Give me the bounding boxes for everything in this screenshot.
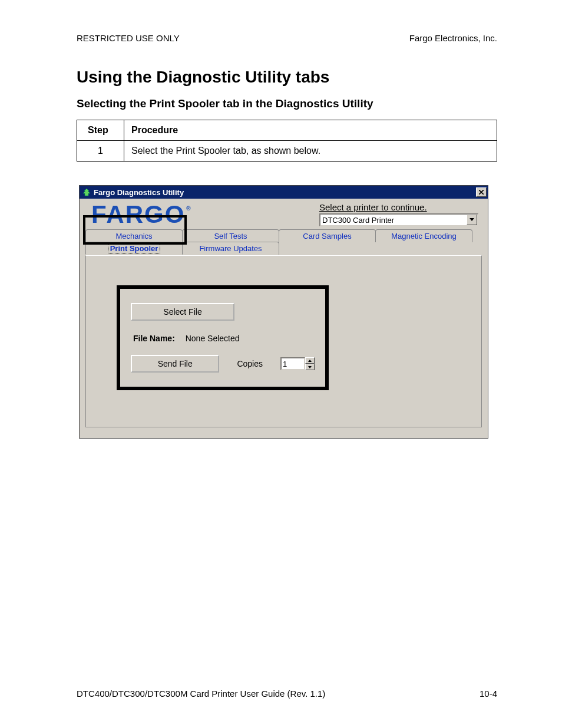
tab-card-samples[interactable]: Card Samples xyxy=(279,229,376,242)
inner-highlight-frame: Select File File Name: None Selected Sen… xyxy=(117,285,329,390)
table-row: 1 Select the Print Spooler tab, as shown… xyxy=(77,141,497,162)
app-icon xyxy=(82,187,91,197)
file-name-label: File Name: xyxy=(133,334,175,343)
procedure-table: Step Procedure 1 Select the Print Spoole… xyxy=(77,120,497,162)
page-subtitle: Selecting the Print Spooler tab in the D… xyxy=(77,97,497,110)
col-step: Step xyxy=(77,120,124,141)
send-file-button[interactable]: Send File xyxy=(131,355,219,373)
window-title: Fargo Diagnostics Utility xyxy=(94,188,184,197)
printer-select[interactable]: DTC300 Card Printer xyxy=(319,213,478,226)
copies-spinner[interactable] xyxy=(280,357,315,370)
step-number: 1 xyxy=(77,141,124,162)
copies-input[interactable] xyxy=(280,357,305,370)
copies-label: Copies xyxy=(237,359,263,368)
page-title: Using the Diagnostic Utility tabs xyxy=(77,68,497,87)
fargo-logo: FARGO® xyxy=(91,202,191,227)
close-button[interactable] xyxy=(476,187,487,197)
tab-panel: Select File File Name: None Selected Sen… xyxy=(85,255,482,427)
tab-firmware-updates[interactable]: Firmware Updates xyxy=(182,242,279,255)
tab-magnetic-encoding[interactable]: Magnetic Encoding xyxy=(375,229,472,242)
step-text: Select the Print Spooler tab, as shown b… xyxy=(124,141,497,162)
footer-right: 10-4 xyxy=(480,689,497,699)
dropdown-arrow-icon[interactable] xyxy=(467,215,477,225)
col-procedure: Procedure xyxy=(124,120,497,141)
diagnostics-window: Fargo Diagnostics Utility FARGO® Select … xyxy=(79,185,488,439)
tab-mechanics[interactable]: Mechanics xyxy=(85,229,183,242)
tab-self-tests[interactable]: Self Tests xyxy=(182,229,279,242)
header-left: RESTRICTED USE ONLY xyxy=(77,33,180,43)
tab-print-spooler[interactable]: Print Spooler xyxy=(85,242,183,255)
spinner-up-icon[interactable] xyxy=(305,357,315,364)
printer-value: DTC300 Card Printer xyxy=(322,216,394,225)
header-right: Fargo Electronics, Inc. xyxy=(409,33,497,43)
select-file-button[interactable]: Select File xyxy=(131,303,234,321)
titlebar: Fargo Diagnostics Utility xyxy=(80,186,488,199)
spinner-down-icon[interactable] xyxy=(305,364,315,370)
footer-left: DTC400/DTC300/DTC300M Card Printer User … xyxy=(77,689,325,699)
file-name-value: None Selected xyxy=(186,334,240,343)
printer-prompt: Select a printer to continue. xyxy=(319,202,478,212)
